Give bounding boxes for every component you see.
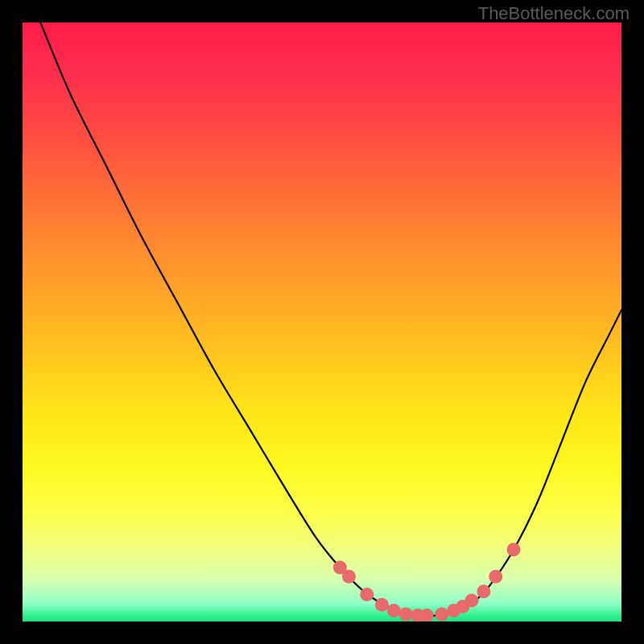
highlight-markers xyxy=(333,543,521,621)
marker-dot xyxy=(360,588,374,601)
marker-dot xyxy=(465,593,479,607)
watermark-text: TheBottleneck.com xyxy=(478,3,630,24)
marker-dot xyxy=(477,584,490,598)
marker-dot xyxy=(375,598,389,612)
marker-dot xyxy=(342,570,356,584)
marker-dot xyxy=(507,543,521,556)
chart-plot-area xyxy=(23,23,621,621)
chart-svg xyxy=(23,23,621,621)
marker-dot xyxy=(435,608,448,621)
marker-dot xyxy=(489,570,502,584)
marker-dot xyxy=(399,608,413,621)
marker-dot xyxy=(387,604,401,617)
bottleneck-curve xyxy=(40,23,621,616)
